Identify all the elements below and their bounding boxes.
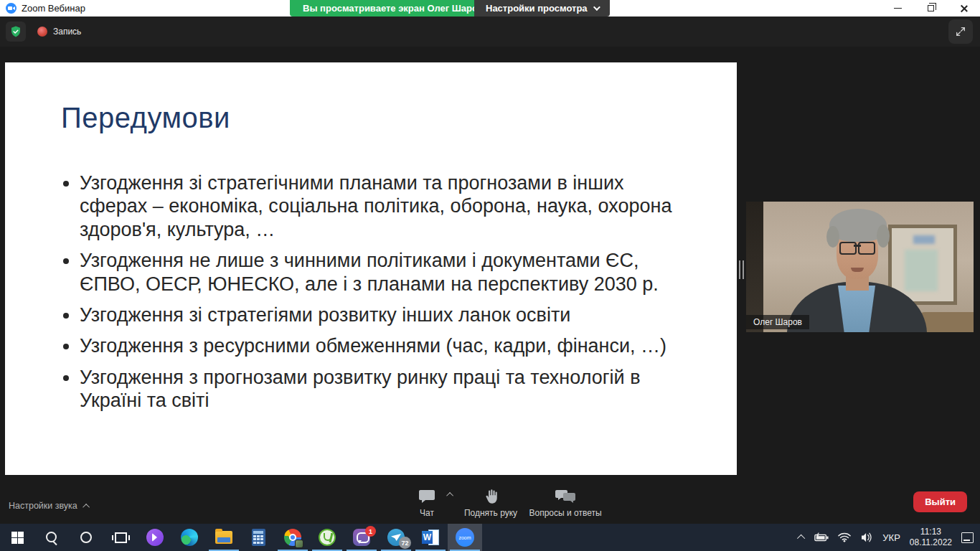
view-settings-dropdown[interactable]: Настройки просмотра	[474, 0, 610, 17]
clock[interactable]: 11:13 08.11.2022	[908, 524, 954, 551]
security-badge[interactable]	[6, 22, 26, 42]
windows-taskbar: 1 72 W zoom	[0, 524, 980, 551]
word-icon: W	[422, 529, 439, 546]
file-explorer-icon	[215, 531, 232, 544]
task-view-button[interactable]	[103, 524, 138, 551]
restore-icon	[928, 5, 934, 11]
volume-icon	[860, 532, 873, 542]
minimize-button[interactable]	[881, 0, 914, 17]
wifi-icon	[838, 532, 851, 542]
taskbar-item-word[interactable]: W	[413, 524, 448, 551]
slide-bullet: Узгодження зі стратегічними планами та п…	[80, 171, 687, 241]
start-button[interactable]	[0, 524, 34, 551]
qa-icon	[555, 489, 575, 504]
slide-bullet: Узгодження з прогнозами розвитку ринку п…	[80, 366, 687, 413]
close-icon	[959, 4, 968, 13]
taskbar-item-explorer[interactable]	[207, 524, 241, 551]
participant-video[interactable]: Олег Шаров	[746, 202, 974, 332]
participant-face	[839, 242, 875, 253]
audio-settings-label: Настройки звука	[9, 501, 77, 511]
taskbar-item-calculator[interactable]	[241, 524, 275, 551]
viber-badge: 1	[365, 526, 376, 537]
fullscreen-icon	[955, 26, 966, 37]
chrome-icon	[284, 529, 301, 546]
taskbar-item-alice[interactable]	[138, 524, 172, 551]
utorrent-icon	[319, 529, 336, 546]
tray-expand-button[interactable]	[797, 524, 807, 551]
title-bar: Zoom Вебинар Вы просматриваете экран Оле…	[0, 0, 980, 17]
chat-button[interactable]: Чат	[406, 489, 448, 518]
meeting-toolbar: Запись	[0, 17, 980, 47]
shared-screen-stage: Передумови Узгодження зі стратегічними п…	[0, 47, 980, 524]
shield-icon	[9, 25, 22, 38]
window-controls	[881, 0, 980, 17]
slide-bullet: Узгодження не лише з чинними політиками …	[80, 249, 687, 296]
taskbar-item-edge[interactable]	[172, 524, 207, 551]
leave-button[interactable]: Выйти	[913, 491, 967, 512]
taskbar-item-zoom[interactable]: zoom	[448, 524, 482, 551]
recording-label: Запись	[53, 27, 81, 37]
taskbar-item-chrome[interactable]	[275, 524, 310, 551]
raise-hand-icon	[484, 489, 498, 504]
chevron-up-icon	[797, 534, 805, 542]
chevron-up-icon	[446, 491, 453, 499]
presentation-slide: Передумови Узгодження зі стратегічними п…	[5, 62, 737, 475]
video-background	[746, 202, 763, 332]
wifi-status[interactable]	[836, 524, 853, 551]
minimize-icon	[894, 8, 902, 9]
cortana-icon	[80, 532, 92, 543]
battery-status[interactable]	[812, 524, 831, 551]
fullscreen-button[interactable]	[948, 19, 973, 44]
audio-settings-button[interactable]: Настройки звука	[9, 501, 90, 511]
qa-button[interactable]: Вопросы и ответы	[527, 489, 604, 518]
raise-hand-button[interactable]: Поднять руку	[458, 489, 524, 518]
chevron-up-icon	[83, 503, 90, 510]
restore-button[interactable]	[914, 0, 947, 17]
task-view-icon	[115, 532, 127, 543]
clock-time: 11:13	[920, 527, 941, 537]
recording-indicator[interactable]: Запись	[37, 27, 81, 37]
telegram-badge: 72	[399, 537, 411, 549]
word-icon-letter: W	[422, 531, 433, 544]
battery-icon	[814, 532, 829, 542]
screen-share-banner: Вы просматриваете экран Олег Шаров	[290, 0, 496, 17]
taskbar-item-viber[interactable]: 1	[344, 524, 379, 551]
cortana-button[interactable]	[69, 524, 103, 551]
qa-label: Вопросы и ответы	[529, 508, 601, 518]
participant-name-tag: Олег Шаров	[746, 315, 809, 329]
chrome-profile-avatar	[295, 540, 303, 548]
start-icon	[11, 532, 24, 544]
alice-icon	[146, 529, 164, 546]
close-button[interactable]	[947, 0, 980, 17]
action-center-button[interactable]	[959, 524, 976, 551]
search-icon	[45, 531, 58, 544]
volume-status[interactable]	[858, 524, 875, 551]
chevron-down-icon	[593, 4, 600, 11]
share-banner-text: Вы просматриваете экран Олег Шаров	[303, 3, 484, 14]
record-icon	[37, 27, 47, 37]
chat-icon	[418, 489, 436, 504]
system-tray: УКР 11:13 08.11.2022	[797, 524, 980, 551]
taskbar-item-utorrent[interactable]	[310, 524, 344, 551]
window-title: Zoom Вебинар	[22, 3, 85, 14]
slide-bullet: Узгодження з ресурсними обмеженнями (час…	[80, 334, 687, 357]
slide-title: Передумови	[61, 102, 694, 134]
participant-face	[826, 226, 839, 248]
action-center-icon	[961, 532, 974, 543]
taskbar-item-telegram[interactable]: 72	[379, 524, 413, 551]
slide-bullet-list: Узгодження зі стратегічними планами та п…	[61, 171, 687, 413]
edge-icon	[181, 529, 198, 546]
clock-date: 08.11.2022	[910, 537, 952, 548]
zoom-taskbar-icon: zoom	[456, 528, 474, 547]
raise-hand-label: Поднять руку	[464, 508, 517, 518]
chat-label: Чат	[420, 508, 434, 518]
video-panel-drag-handle[interactable]	[739, 260, 745, 279]
zoom-app-icon	[6, 3, 17, 14]
participant-face	[877, 225, 890, 248]
calculator-icon	[252, 529, 265, 546]
chat-options-button[interactable]	[445, 489, 456, 499]
slide-bullet: Узгодження зі стратегіями розвитку інших…	[80, 303, 687, 326]
zoom-webinar-window: Zoom Вебинар Вы просматриваете экран Оле…	[0, 0, 980, 551]
taskbar-search-button[interactable]	[34, 524, 69, 551]
language-indicator[interactable]: УКР	[880, 524, 903, 551]
